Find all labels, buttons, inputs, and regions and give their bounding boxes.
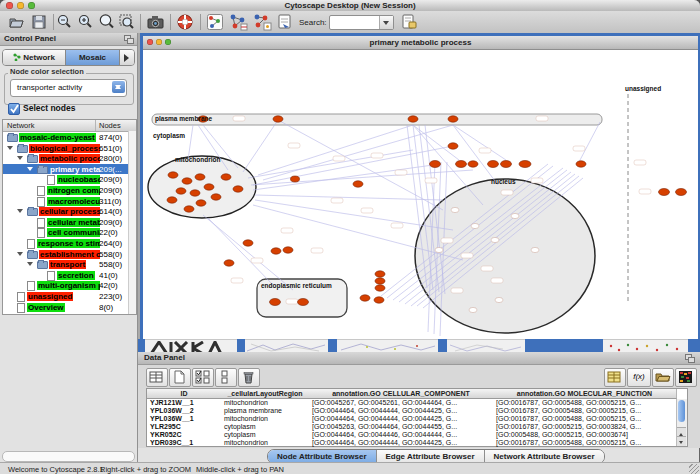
tree-row[interactable]: nitrogen compo 209(0) — [3, 185, 136, 196]
select-attributes-icon[interactable] — [146, 368, 168, 387]
tree-row[interactable]: cellular process 614(0) — [3, 206, 136, 217]
table-cell[interactable]: [GO:0005488, GO:0005215, GO:0003674] — [493, 431, 676, 439]
table-cell[interactable]: YDR039C__1 — [147, 439, 221, 447]
tree-row[interactable]: cellular metabol 209(0) — [3, 217, 136, 228]
tree-row[interactable]: metabolic process 280(0) — [3, 153, 136, 164]
nucleus-region[interactable] — [415, 179, 595, 333]
help-lifesaver-icon[interactable] — [176, 13, 196, 31]
expander-icon[interactable] — [17, 156, 23, 163]
expander-icon[interactable] — [7, 146, 13, 153]
network-canvas[interactable]: plasma membrane cytoplasm mitochondrion … — [143, 50, 692, 336]
background-window-frame[interactable] — [688, 339, 700, 352]
table-cell[interactable]: [GO:0016787, GO:0005488, GO:0005215, G..… — [493, 399, 676, 407]
resize-grip[interactable] — [689, 464, 699, 474]
table-cell[interactable]: cytoplasm — [221, 423, 309, 431]
background-window[interactable] — [337, 339, 438, 352]
network-view-icon[interactable] — [206, 13, 226, 31]
table-cell[interactable]: [GO:0044464, GO:0044446, GO:0044444, G..… — [309, 431, 493, 439]
table-cell[interactable]: mitochondrion — [221, 439, 309, 447]
save-icon[interactable] — [30, 13, 50, 31]
table-cell[interactable]: [GO:0016787, GO:0005488, GO:0005215, G..… — [493, 407, 676, 415]
tree-row[interactable]: biological_process 651(0) — [3, 143, 136, 154]
table-cell[interactable]: YLR295C — [147, 423, 221, 431]
tree-row[interactable]: multi-organism pro 42(0) — [3, 280, 136, 291]
table-cell[interactable]: [GO:0044464, GO:0044444, GO:0044425, G..… — [309, 415, 493, 423]
zoom-icon[interactable] — [165, 39, 171, 45]
open-icon[interactable] — [8, 13, 28, 31]
close-icon[interactable] — [147, 39, 153, 45]
expander-icon[interactable] — [17, 252, 23, 259]
tree-row[interactable]: establishment of lo 558(0) — [3, 249, 136, 260]
zoom-selected-icon[interactable] — [98, 13, 118, 31]
tree-row-selected[interactable]: primary metabo 209(... — [3, 164, 136, 175]
minimize-icon[interactable] — [156, 39, 162, 45]
chevron-down-icon[interactable] — [379, 16, 393, 29]
table-cell[interactable]: mitochondrion — [221, 415, 309, 423]
tree-col-nodes[interactable]: Nodes — [99, 121, 121, 130]
search-input[interactable] — [331, 16, 381, 29]
tree-row[interactable]: cell communicat 22(0) — [3, 227, 136, 238]
column-header[interactable]: annotation.GO CELLULAR_COMPONENT — [309, 389, 494, 399]
table-scrollbar[interactable] — [676, 399, 687, 446]
table-cell[interactable]: [GO:0044464, GO:0044444, GO:0044425, G..… — [309, 439, 493, 447]
table-cell[interactable]: [GO:0016787, GO:0005488, GO:0005215, G..… — [493, 415, 676, 423]
tab-mosaic[interactable]: Mosaic — [66, 50, 120, 65]
zoom-button[interactable] — [28, 2, 35, 9]
search-combobox[interactable] — [329, 15, 394, 30]
plasma-membrane-region[interactable] — [152, 114, 602, 125]
table-cell[interactable]: [GO:0044464, GO:0044444, GO:0044425, G..… — [309, 407, 493, 415]
unselect-all-attributes-icon[interactable] — [215, 368, 237, 387]
table-cell[interactable]: [GO:0045267, GO:0045261, GO:0044464, G..… — [309, 399, 493, 407]
column-header[interactable]: _cellularLayoutRegion — [221, 389, 310, 399]
table-cell[interactable]: plasma membrane — [221, 407, 309, 415]
tree-row[interactable]: mosaic-demo-yeast 874(0) — [3, 132, 136, 143]
tree-row[interactable]: unassigned 223(0) — [3, 291, 136, 302]
background-window[interactable] — [145, 339, 237, 352]
table-cell[interactable]: mitochondrion — [221, 399, 309, 407]
table-cell[interactable]: [GO:0016787, GO:0005215, GO:0003824, G..… — [493, 423, 676, 431]
network-window-titlebar[interactable]: primary metabolic process — [143, 36, 698, 50]
tree-header[interactable]: Network Nodes — [3, 120, 136, 132]
tab-network[interactable]: Network — [3, 50, 66, 65]
expander-icon[interactable] — [27, 167, 33, 174]
select-nodes-checkbox[interactable] — [8, 103, 20, 115]
background-window-frame[interactable] — [438, 339, 447, 352]
table-cell[interactable]: YPL036W__1 — [147, 415, 221, 423]
background-window[interactable] — [245, 339, 328, 352]
tab-overflow-icon[interactable] — [120, 50, 134, 65]
zoom-fit-icon[interactable] — [118, 13, 138, 31]
filter-network-icon[interactable] — [252, 13, 272, 31]
tree-row[interactable]: secretion 41(0) — [3, 270, 136, 281]
background-window[interactable] — [603, 339, 688, 352]
expander-icon[interactable] — [27, 262, 33, 269]
column-header[interactable]: ID — [147, 389, 222, 399]
heatmap-matrix-icon[interactable] — [675, 368, 697, 387]
tree-scrollbar[interactable] — [128, 131, 136, 314]
annotation-icon[interactable] — [276, 13, 296, 31]
column-header[interactable]: annotation.GO MOLECULAR_FUNCTION — [493, 389, 677, 399]
node-color-dropdown[interactable]: transporter activity — [10, 79, 127, 97]
table-cell[interactable]: YPL036W__2 — [147, 407, 221, 415]
column-divider[interactable] — [95, 120, 96, 131]
background-window-frame[interactable] — [328, 339, 337, 352]
close-button[interactable] — [6, 2, 13, 9]
float-panel-icon[interactable] — [685, 354, 694, 362]
tree-row[interactable]: Overview 8(0) — [3, 302, 136, 313]
import-attributes-folder-icon[interactable] — [652, 368, 674, 387]
attribute-table-icon[interactable] — [604, 368, 626, 387]
tree-row[interactable]: macromolecule 311(0) — [3, 196, 136, 207]
table-cell[interactable]: [GO:0016787, GO:0005488, GO:0005215, G..… — [493, 439, 676, 447]
background-window[interactable] — [447, 339, 525, 352]
tree-row[interactable]: nucleobase- 209(0) — [3, 174, 136, 185]
minimize-button[interactable] — [17, 2, 24, 9]
zoom-out-icon[interactable] — [56, 13, 76, 31]
table-cell[interactable]: [GO:0045263, GO:0044464, GO:0044455, G..… — [309, 423, 493, 431]
snapshot-camera-icon[interactable] — [146, 13, 166, 31]
expander-icon[interactable] — [17, 209, 23, 216]
background-window-frame[interactable] — [237, 339, 245, 352]
table-cell[interactable]: YKR052C — [147, 431, 221, 439]
delete-attribute-trash-icon[interactable] — [238, 368, 260, 387]
background-window-frame[interactable] — [525, 339, 603, 352]
select-all-attributes-icon[interactable] — [192, 368, 214, 387]
background-window-frame[interactable] — [138, 339, 145, 352]
